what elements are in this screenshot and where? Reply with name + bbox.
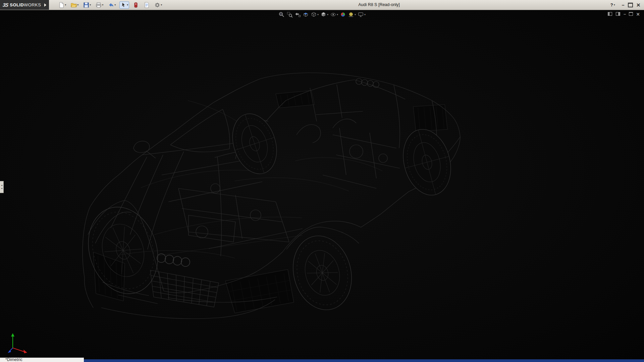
chevron-down-icon[interactable]: ▾ xyxy=(102,4,103,6)
wireframe-car-model[interactable] xyxy=(0,0,644,362)
undo-button[interactable]: ▾ xyxy=(107,2,116,8)
chevron-down-icon[interactable]: ▾ xyxy=(114,4,116,6)
brand-name: SOLIDWORKS xyxy=(10,2,41,7)
chevron-down-icon[interactable]: ▾ xyxy=(65,4,66,6)
split-pane-left-icon[interactable] xyxy=(607,11,612,16)
chevron-down-icon[interactable]: ▾ xyxy=(90,4,91,6)
view-settings-button[interactable]: ▾ xyxy=(357,11,366,18)
chevron-down-icon[interactable]: ▾ xyxy=(327,13,328,16)
view-orientation-button[interactable]: ▾ xyxy=(310,11,319,18)
previous-view-button[interactable] xyxy=(294,11,301,18)
select-cursor-icon xyxy=(120,2,126,8)
open-document-button[interactable]: ▾ xyxy=(70,2,79,8)
options-button[interactable]: ▾ xyxy=(154,2,163,8)
print-icon xyxy=(96,2,102,8)
audi-rings-front xyxy=(157,254,190,266)
window-controls: ?▾ – × xyxy=(610,0,641,10)
solidworks-logo: 3S SOLIDWORKS xyxy=(0,0,49,10)
audi-rings-rear xyxy=(356,78,379,87)
rear-right-wheel xyxy=(396,124,458,200)
edit-appearance-sphere-icon xyxy=(340,11,346,18)
print-button[interactable]: ▾ xyxy=(95,2,104,8)
eye-icon xyxy=(330,11,336,18)
view-orientation-label: *Dimetric xyxy=(5,357,22,362)
chevron-down-icon[interactable]: ▾ xyxy=(364,13,366,16)
chevron-down-icon: ▾ xyxy=(614,4,615,6)
menu-flyout-icon[interactable] xyxy=(44,3,46,7)
collapse-arrow-icon: ◂ xyxy=(1,187,2,190)
apply-scene-icon xyxy=(348,11,354,18)
save-button[interactable]: ▾ xyxy=(83,2,92,8)
zoom-to-area-icon xyxy=(286,11,293,18)
minimize-document-button[interactable]: – xyxy=(624,13,626,15)
solidworks-resources-icon xyxy=(133,2,139,8)
new-document-icon xyxy=(58,2,64,8)
hide-show-items-button[interactable]: ▾ xyxy=(330,11,338,18)
3ds-logo-icon: 3S xyxy=(2,2,8,8)
chevron-down-icon[interactable]: ▾ xyxy=(77,4,78,6)
close-document-button[interactable]: × xyxy=(636,12,640,16)
document-window-controls: – × xyxy=(607,11,640,16)
help-button[interactable]: ?▾ xyxy=(610,2,615,7)
apply-scene-button[interactable]: ▾ xyxy=(347,11,356,18)
main-toolbar: ▾ ▾ ▾ ▾ ▾ ▾ ▾ xyxy=(58,2,163,8)
restore-window-button[interactable] xyxy=(628,3,633,7)
edit-appearance-button[interactable] xyxy=(339,11,346,18)
new-document-button[interactable]: ▾ xyxy=(58,2,67,8)
options-gear-icon xyxy=(154,2,160,8)
feature-panel-splitter[interactable]: ◂ ◂ xyxy=(0,181,4,193)
taskbar-strip xyxy=(0,359,644,362)
view-settings-icon xyxy=(358,11,364,18)
save-icon xyxy=(83,2,89,8)
open-folder-icon xyxy=(71,2,77,8)
solidworks-resources-button[interactable] xyxy=(132,2,140,8)
chevron-down-icon[interactable]: ▾ xyxy=(355,13,356,16)
chevron-down-icon[interactable]: ▾ xyxy=(161,4,162,6)
minimize-window-button[interactable]: – xyxy=(622,3,625,7)
file-properties-button[interactable] xyxy=(143,2,150,8)
rear-left-wheel xyxy=(285,229,360,316)
split-pane-right-icon[interactable] xyxy=(615,11,621,16)
section-view-button[interactable] xyxy=(302,11,309,18)
file-properties-icon xyxy=(144,2,150,8)
front-right-wheel xyxy=(225,108,284,179)
section-view-icon xyxy=(303,11,309,18)
collapse-arrow-icon: ◂ xyxy=(1,184,2,187)
zoom-to-fit-icon xyxy=(278,11,285,18)
restore-document-button[interactable] xyxy=(629,12,633,16)
chevron-down-icon[interactable]: ▾ xyxy=(337,13,338,16)
heads-up-view-toolbar: ▾ ▾ ▾ ▾ ▾ xyxy=(278,11,366,18)
zoom-to-fit-button[interactable] xyxy=(278,11,285,18)
titlebar: 3S SOLIDWORKS ▾ ▾ ▾ ▾ ▾ ▾ xyxy=(0,0,644,10)
view-orientation-cube-icon xyxy=(311,11,317,18)
zoom-to-area-button[interactable] xyxy=(286,11,293,18)
close-window-button[interactable]: × xyxy=(636,3,641,7)
select-tool-button[interactable]: ▾ xyxy=(120,2,129,8)
chevron-down-icon[interactable]: ▾ xyxy=(317,13,319,16)
display-style-button[interactable]: ▾ xyxy=(320,11,329,18)
chevron-down-icon[interactable]: ▾ xyxy=(127,4,128,6)
coordinate-triad xyxy=(6,330,33,357)
document-title: Audi R8 S [Read-only] xyxy=(358,0,400,10)
previous-view-icon xyxy=(294,11,301,18)
undo-icon xyxy=(108,2,114,8)
display-style-icon xyxy=(320,11,327,18)
